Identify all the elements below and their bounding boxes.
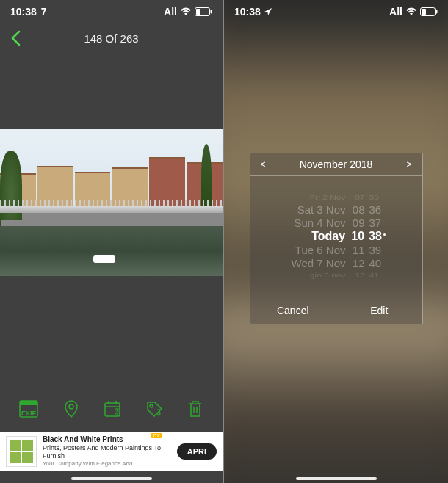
battery-icon — [420, 7, 438, 16]
cancel-button[interactable]: Cancel — [250, 297, 337, 324]
date-picker-modal: < November 2018 > Fri 2 Nov0735Sat 3 Nov… — [250, 153, 423, 324]
svg-point-11 — [150, 404, 153, 407]
picker-row[interactable]: Wed 7 Nov1240 — [250, 257, 422, 269]
bottom-toolbar: EXIF — [0, 391, 223, 427]
svg-rect-13 — [436, 10, 438, 14]
svg-point-6 — [69, 404, 73, 409]
picker-header: < November 2018 > — [250, 153, 422, 176]
wifi-icon — [405, 7, 417, 16]
prev-month-button[interactable]: < — [258, 158, 269, 171]
edit-button[interactable]: Edit — [336, 297, 422, 324]
photo-preview[interactable] — [0, 129, 223, 276]
svg-rect-14 — [422, 9, 426, 15]
ad-badge: DX — [151, 433, 162, 438]
carrier-label: All — [389, 6, 402, 18]
tag-button[interactable] — [145, 399, 164, 418]
wifi-icon — [180, 7, 192, 16]
ad-banner[interactable]: Black And White Prints Prints, Posters A… — [0, 432, 223, 471]
status-date-fragment: 7 — [41, 6, 47, 18]
screen-date-picker: 10:38 All < November 2018 > Fri 2 Nov073… — [224, 0, 448, 483]
status-bar: 10:38 7 All — [0, 0, 223, 23]
status-time: 10:38 — [10, 6, 37, 18]
location-button[interactable] — [62, 399, 81, 418]
back-button[interactable] — [0, 30, 31, 46]
picker-row[interactable]: Today1038 — [250, 230, 422, 243]
carrier-label: All — [164, 6, 177, 18]
exif-button[interactable]: EXIF — [18, 399, 39, 418]
home-indicator[interactable] — [296, 477, 377, 480]
nav-bar: 148 Of 263 — [0, 23, 223, 53]
picker-wheel[interactable]: Fri 2 Nov0735Sat 3 Nov0836Sun 4 Nov0937T… — [250, 176, 422, 297]
picker-month-title: November 2018 — [300, 159, 373, 170]
picker-row[interactable]: Fri 2 Nov0735 — [250, 194, 422, 201]
battery-icon — [195, 7, 212, 16]
svg-rect-2 — [196, 9, 200, 15]
picker-row[interactable]: Sun 4 Nov0937 — [250, 217, 422, 229]
next-month-button[interactable]: > — [403, 158, 414, 171]
svg-rect-4 — [20, 401, 37, 405]
ad-text: Black And White Prints Prints, Posters A… — [43, 435, 171, 467]
svg-rect-1 — [211, 10, 212, 14]
picker-row[interactable]: Tue 6 Nov1139 — [250, 244, 422, 256]
screen-photo-viewer: 10:38 7 All 148 Of 263 — [0, 0, 224, 483]
home-indicator[interactable] — [71, 477, 152, 480]
date-button[interactable] — [103, 399, 122, 418]
picker-footer: Cancel Edit — [250, 297, 422, 324]
photo-counter: 148 Of 263 — [84, 32, 138, 45]
location-services-icon — [264, 7, 272, 16]
picker-row[interactable]: gio 8 nov1341 — [250, 272, 422, 279]
status-time: 10:38 — [234, 6, 261, 18]
ad-cta-button[interactable]: APRI — [177, 443, 217, 460]
ad-app-icon — [6, 436, 37, 467]
svg-text:EXIF: EXIF — [21, 410, 37, 417]
delete-button[interactable] — [187, 399, 204, 418]
status-bar: 10:38 All — [224, 0, 448, 23]
picker-row[interactable]: Sat 3 Nov0836 — [250, 203, 422, 216]
